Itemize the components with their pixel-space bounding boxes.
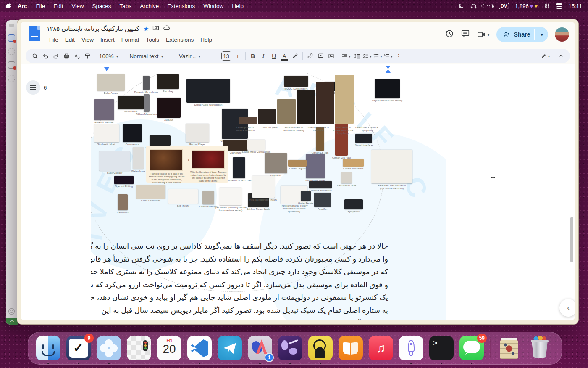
meet-video-icon[interactable]: ▾ bbox=[477, 30, 490, 39]
font-select[interactable]: Vazir...▾ bbox=[173, 50, 205, 61]
cloud-status-icon[interactable] bbox=[163, 25, 171, 32]
docs-menu-item[interactable]: Edit bbox=[62, 35, 78, 44]
add-comment-button[interactable] bbox=[315, 50, 326, 61]
dock-app-clover[interactable] bbox=[97, 336, 121, 360]
editing-mode-button[interactable]: ▾ bbox=[540, 50, 551, 61]
menubar-item[interactable]: Archive bbox=[136, 3, 163, 9]
share-button[interactable]: Share ▾ bbox=[496, 27, 548, 42]
strip-gear-icon[interactable] bbox=[8, 308, 15, 315]
comments-icon[interactable] bbox=[461, 29, 470, 40]
font-size-input[interactable]: 13 bbox=[221, 51, 231, 61]
jazz-trumpeter-photo bbox=[192, 150, 225, 169]
side-panel-back-button[interactable]: ‹ bbox=[559, 299, 575, 317]
menubar-item[interactable]: Spaces bbox=[88, 3, 116, 9]
menubar-item[interactable]: File bbox=[32, 3, 50, 9]
docs-menu-item[interactable]: Help bbox=[197, 35, 215, 44]
dock-app-arc[interactable]: 1 bbox=[248, 336, 272, 360]
star-icon[interactable]: ★ bbox=[143, 26, 149, 32]
paragraph-style-select[interactable]: Normal text▾ bbox=[123, 50, 168, 61]
menubar-item[interactable]: Extensions bbox=[163, 3, 199, 9]
search-menus-button[interactable] bbox=[30, 50, 40, 61]
menubar-item[interactable]: Window bbox=[199, 3, 228, 9]
numbered-list-button[interactable]: ▾ bbox=[383, 50, 394, 61]
insert-image-button[interactable] bbox=[326, 50, 336, 61]
redo-button[interactable] bbox=[51, 50, 61, 61]
docs-menu-item[interactable]: Extensions bbox=[163, 35, 197, 44]
checklist-button[interactable]: ▾ bbox=[362, 50, 373, 61]
docs-menu-item[interactable]: File bbox=[46, 35, 62, 44]
stage-manager-icon[interactable] bbox=[556, 3, 562, 9]
dock-app-calendar[interactable]: Fri 20 bbox=[157, 336, 181, 360]
strip-toggle-button[interactable]: >< bbox=[6, 318, 18, 325]
docs-menu-item[interactable]: Tools bbox=[143, 35, 163, 44]
more-options-button[interactable]: ⋮ bbox=[394, 50, 404, 61]
undo-button[interactable] bbox=[40, 50, 51, 61]
paint-format-button[interactable] bbox=[82, 50, 93, 61]
keys-squiggle-icon[interactable] bbox=[543, 3, 550, 9]
dv-status-badge[interactable]: DV bbox=[499, 3, 509, 9]
menubar-clock[interactable]: 15:11 bbox=[568, 3, 582, 9]
spellcheck-button[interactable] bbox=[72, 50, 82, 61]
strip-share-icon[interactable] bbox=[8, 75, 15, 82]
dock-app-yellow[interactable] bbox=[308, 336, 333, 360]
italic-button[interactable]: I bbox=[258, 50, 269, 61]
headphones-icon[interactable] bbox=[470, 3, 477, 9]
dock-app-telegram[interactable] bbox=[218, 336, 242, 360]
docs-menu-item[interactable]: Insert bbox=[97, 35, 118, 44]
dock-app-rocket[interactable] bbox=[399, 336, 423, 360]
highlight-color-button[interactable] bbox=[290, 50, 300, 61]
counter-with-hearts[interactable]: 1,896 ♥ ♥ bbox=[515, 3, 538, 9]
meet-caret-icon[interactable]: ▾ bbox=[488, 32, 490, 37]
strip-box-icon[interactable] bbox=[8, 61, 15, 69]
share-caret-icon[interactable]: ▾ bbox=[538, 32, 546, 37]
insert-link-button[interactable] bbox=[305, 50, 315, 61]
ruler-indent-marker-left[interactable] bbox=[104, 67, 109, 71]
document-paragraph[interactable]: حالا در هر جهتی است که تصور کنید. دیگر ا… bbox=[107, 240, 388, 320]
apple-menu-icon[interactable] bbox=[6, 2, 12, 10]
moon-icon[interactable] bbox=[458, 3, 465, 9]
font-size-decrease-button[interactable]: − bbox=[210, 50, 220, 61]
document-page[interactable]: IVES ARTIFAC UYA KARY Dolby AtmosDynamic… bbox=[91, 73, 446, 320]
dock-app-music[interactable]: ♫ bbox=[369, 336, 393, 360]
dock-app-trash[interactable] bbox=[528, 336, 552, 360]
strip-copy-icon[interactable] bbox=[8, 34, 15, 42]
google-docs-icon[interactable] bbox=[29, 26, 40, 41]
strip-circle-icon[interactable] bbox=[8, 48, 15, 55]
dock-app-checker[interactable] bbox=[127, 336, 151, 360]
bulleted-list-button[interactable]: ▾ bbox=[373, 50, 383, 61]
menubar-item[interactable]: View bbox=[68, 3, 88, 9]
underline-button[interactable]: U bbox=[269, 50, 279, 61]
document-outline-button[interactable]: 6 bbox=[26, 80, 47, 95]
dock-app-purple[interactable] bbox=[278, 336, 302, 360]
ruler-indent-marker-right[interactable] bbox=[386, 66, 391, 73]
menubar-item[interactable]: Tabs bbox=[116, 3, 136, 9]
docs-menu-item[interactable]: View bbox=[78, 35, 97, 44]
dock-app-messages[interactable]: 59 bbox=[459, 336, 484, 360]
menubar-app-name[interactable]: Arc bbox=[13, 3, 32, 9]
scrollbar-thumb[interactable] bbox=[570, 217, 573, 262]
dock-app-tarot[interactable] bbox=[497, 336, 522, 360]
window-control-pill[interactable] bbox=[9, 24, 14, 27]
dock-app[interactable] bbox=[490, 336, 491, 360]
dock-app-reminders[interactable]: 9 bbox=[66, 336, 91, 360]
bold-button[interactable]: B bbox=[248, 50, 258, 61]
text-color-button[interactable]: A bbox=[279, 50, 290, 61]
font-size-increase-button[interactable]: + bbox=[233, 50, 243, 61]
collapse-toolbar-button[interactable] bbox=[555, 50, 566, 61]
align-button[interactable]: ▾ bbox=[341, 50, 352, 61]
line-spacing-button[interactable] bbox=[352, 50, 362, 61]
dock-app-finder[interactable] bbox=[36, 336, 60, 360]
battery-icon[interactable] bbox=[483, 4, 493, 8]
print-button[interactable] bbox=[61, 50, 72, 61]
move-folder-icon[interactable] bbox=[152, 25, 159, 32]
menubar-item[interactable]: Help bbox=[228, 3, 248, 9]
account-avatar[interactable] bbox=[555, 27, 569, 42]
menubar-item[interactable]: Edit bbox=[49, 3, 67, 9]
dock-app-books[interactable] bbox=[339, 336, 363, 360]
document-title[interactable]: کمپین مارکتینگ برنامه تابستانی ۱۲۸۵ bbox=[47, 25, 139, 32]
dock-app-terminal[interactable]: >_ bbox=[429, 336, 454, 360]
dock-app-vscode[interactable] bbox=[187, 336, 212, 360]
version-history-icon[interactable] bbox=[445, 29, 454, 40]
docs-menu-item[interactable]: Format bbox=[118, 35, 143, 44]
zoom-select[interactable]: 100%▾ bbox=[97, 50, 118, 61]
